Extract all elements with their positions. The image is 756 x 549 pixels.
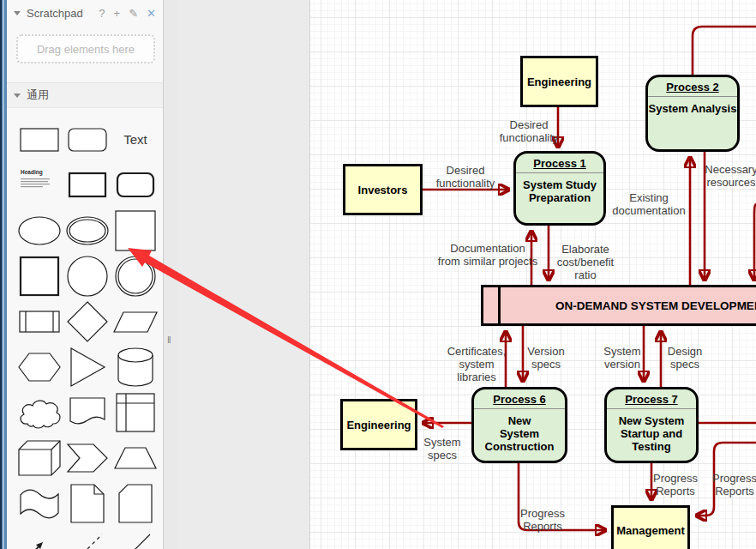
resizer-grip-icon: ‖ [167, 335, 172, 345]
flow-label-progress-reports-p6[interactable]: Progress Reports [520, 507, 565, 533]
shape-hexagon[interactable] [15, 344, 63, 389]
scratchpad-header[interactable]: Scratchpad ? + ✎ ✕ [7, 0, 163, 26]
shape-ellipse[interactable] [15, 208, 63, 253]
shape-internal-storage[interactable] [111, 389, 159, 435]
flow-label-necessary-resources[interactable]: Necessary resources [705, 163, 756, 189]
shape-rectangle-bold[interactable] [63, 162, 111, 208]
shape-dashed-line[interactable] [63, 526, 111, 549]
shape-square[interactable] [111, 208, 159, 253]
flow-label-desired-functionality-left[interactable]: Desired functionality [436, 164, 495, 190]
shape-card[interactable] [111, 480, 159, 526]
shape-rectangle[interactable] [15, 117, 63, 162]
section-title: 通用 [27, 87, 49, 103]
scratchpad-drop-hint: Drag elements here [37, 43, 135, 56]
shape-note[interactable] [63, 480, 111, 526]
datastore-divider [483, 287, 501, 323]
shape-circle[interactable] [63, 253, 111, 299]
shape-trapezoid[interactable] [111, 435, 159, 480]
shape-tape[interactable] [15, 480, 63, 526]
shape-cloud[interactable] [15, 389, 63, 435]
shape-triangle[interactable] [63, 344, 111, 389]
shape-double-circle[interactable] [111, 253, 159, 299]
process-7[interactable]: Process 7 New System Startup and Testing [604, 387, 699, 463]
flow-label-system-version[interactable]: System version [603, 345, 640, 371]
shape-rounded-rectangle-bold[interactable] [111, 162, 159, 208]
collapse-caret-icon[interactable] [14, 94, 21, 98]
flow-label-progress-reports-p7[interactable]: Progress Reports [653, 472, 698, 498]
flow-label-desired-functionality-top[interactable]: Desired functionality [500, 118, 559, 144]
shape-cube[interactable] [15, 435, 63, 480]
shape-text[interactable]: Text [111, 117, 159, 162]
window-edge-highlight [3, 0, 4, 549]
flow-label-progress-reports-right[interactable]: Progress Reports [712, 472, 756, 498]
edit-pencil-icon[interactable]: ✎ [129, 7, 138, 20]
shape-arrow[interactable] [15, 526, 63, 549]
shape-document[interactable] [63, 389, 111, 435]
scratchpad-title: Scratchpad [27, 7, 99, 20]
entity-management[interactable]: Management [611, 505, 690, 549]
flow-label-system-specs[interactable]: System specs [423, 436, 460, 462]
process-1[interactable]: Process 1 System Study Preparation [513, 151, 606, 226]
flow-label-version-specs[interactable]: Version specs [527, 345, 564, 371]
shape-process[interactable] [15, 299, 63, 344]
shape-parallelogram[interactable] [111, 299, 159, 344]
svg-text:Heading: Heading [21, 169, 43, 176]
shape-step[interactable] [63, 435, 111, 480]
entity-engineering-top[interactable]: Engineering [520, 56, 598, 107]
help-icon[interactable]: ? [99, 7, 105, 20]
drawio-window: Scratchpad ? + ✎ ✕ Drag elements here 通用… [0, 0, 756, 549]
flow-label-documentation-similar-projects[interactable]: Documentation from similar projects [438, 242, 537, 268]
entity-engineering-left[interactable]: Engineering [340, 399, 417, 450]
entity-investors[interactable]: Investors [343, 164, 423, 215]
flow-label-existing-documentation[interactable]: Existing documentation [612, 191, 685, 217]
shape-cylinder[interactable] [111, 344, 159, 389]
window-edge-dark [0, 0, 2, 549]
add-icon[interactable]: + [114, 7, 121, 20]
shape-palette: Text Heading [15, 117, 159, 549]
shape-line[interactable] [111, 526, 159, 549]
scratchpad-drop-area[interactable]: Drag elements here [16, 34, 155, 63]
collapse-caret-icon[interactable] [14, 11, 21, 15]
shape-double-ellipse[interactable] [63, 208, 111, 253]
shape-diamond[interactable] [63, 299, 111, 344]
process-2[interactable]: Process 2 System Analysis [645, 75, 740, 152]
close-icon[interactable]: ✕ [147, 7, 156, 20]
flow-label-design-specs[interactable]: Design specs [668, 345, 702, 371]
shape-square-bold[interactable] [15, 253, 63, 299]
sidebar-resizer[interactable]: ‖ [163, 0, 179, 549]
section-header-general[interactable]: 通用 [7, 82, 163, 108]
shape-rounded-rectangle[interactable] [63, 117, 111, 162]
canvas-gutter [178, 0, 309, 549]
flow-label-elaborate-cost-benefit[interactable]: Elaborate cost/benefit ratio [557, 243, 615, 281]
datastore-on-demand-system-development[interactable]: ON-DEMAND SYSTEM DEVELOPMENT [481, 285, 756, 326]
process-6[interactable]: Process 6 New System Construction [471, 387, 567, 463]
flow-label-certificates-system-libraries[interactable]: Certificates, system libraries [447, 345, 507, 383]
shapes-sidebar: Scratchpad ? + ✎ ✕ Drag elements here 通用… [7, 0, 164, 549]
shape-textbox[interactable]: Heading [15, 162, 63, 208]
